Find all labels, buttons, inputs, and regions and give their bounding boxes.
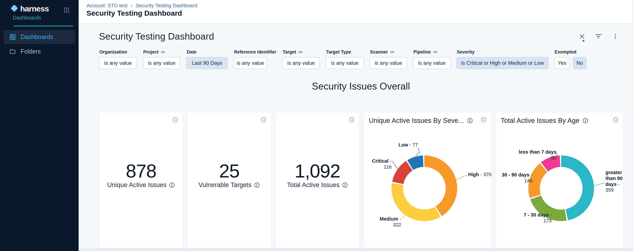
notification-dot xyxy=(582,40,584,42)
exempted-no-button[interactable]: No xyxy=(573,57,586,69)
page-title: Security Testing Dashboard xyxy=(86,9,182,17)
filter-value-button[interactable]: is any value xyxy=(370,57,407,69)
link-icon xyxy=(433,50,438,54)
close-icon xyxy=(579,33,586,40)
filter-value-button[interactable]: is any value xyxy=(99,57,137,69)
filter-label: Scanner xyxy=(370,49,407,55)
slice-separator: - xyxy=(548,155,551,161)
dashboards-icon xyxy=(9,33,16,40)
slice-value: 77 xyxy=(412,142,418,148)
filter-value-button[interactable]: is any value xyxy=(413,57,450,69)
filter-button[interactable] xyxy=(595,32,602,40)
leader-line xyxy=(392,162,398,169)
filter-scanner: Scanneris any value xyxy=(370,49,407,69)
slice-value: 322 xyxy=(393,222,401,228)
globe-icon xyxy=(348,116,355,123)
slice-separator: - xyxy=(479,172,483,177)
sidebar-item-label: Dashboards xyxy=(20,33,53,40)
explore-button[interactable] xyxy=(260,116,267,123)
explore-button[interactable] xyxy=(172,116,178,123)
slice-label-7-30-days: 7 - 30 days - 173 xyxy=(518,212,552,224)
filter-value-button[interactable]: is any value xyxy=(234,57,267,69)
explore-button[interactable] xyxy=(348,116,355,123)
slice-value: 146 xyxy=(524,178,532,183)
topbar: Account: STO test › Security Testing Das… xyxy=(78,0,644,24)
cards-row: 878Unique Active Issues25Vulnerable Targ… xyxy=(99,112,624,248)
exempted-toggle: YesNo xyxy=(554,57,586,69)
sidebar-item-folders[interactable]: Folders xyxy=(4,45,75,58)
globe-icon xyxy=(260,116,267,123)
slice-value: 370 xyxy=(483,172,491,177)
link-icon xyxy=(298,50,303,54)
kebab-button[interactable] xyxy=(612,33,619,40)
filter-value-button[interactable]: is any value xyxy=(282,57,320,69)
filter-value-button[interactable]: Last 90 Days xyxy=(186,57,228,69)
filter-exempted: ExemptedYesNo xyxy=(554,49,586,69)
stat-label: Unique Active Issues xyxy=(99,181,183,189)
stat-label-text: Vulnerable Targets xyxy=(198,181,252,189)
stat-value: 1,092 xyxy=(276,160,359,182)
stat-label-text: Total Active Issues xyxy=(287,181,340,189)
sidebar-header: harness Dashboards xyxy=(0,0,78,26)
globe-icon xyxy=(172,116,178,123)
filter-pipeline: Pipelineis any value xyxy=(413,49,450,69)
stat-value: 25 xyxy=(187,160,271,182)
donut-card-total-active-issues-by-age: Total Active Issues By Agegreater than 9… xyxy=(496,112,624,248)
filter-severity: Severityis Critical or High or Medium or… xyxy=(456,49,548,69)
slice-name: 30 - 90 days xyxy=(502,172,529,178)
scrollbar-track[interactable] xyxy=(632,0,644,251)
slice-separator: - xyxy=(616,182,620,187)
filter-label-text: Target xyxy=(282,49,296,55)
stat-label: Vulnerable Targets xyxy=(187,181,271,189)
leader-line xyxy=(416,148,420,156)
info-icon[interactable] xyxy=(254,182,260,188)
slice-separator: - xyxy=(388,158,392,164)
filter-value-button[interactable]: is any value xyxy=(143,57,180,69)
filter-label-text: Project xyxy=(143,49,159,55)
filter-label: Reference Identifier xyxy=(234,49,276,55)
dashboard-content: Security Testing Dashboard Organizationi… xyxy=(78,24,644,251)
grid-apps-icon xyxy=(63,7,70,13)
slice-name: Low xyxy=(398,142,408,148)
exempted-yes-button[interactable]: Yes xyxy=(554,57,570,69)
info-icon[interactable] xyxy=(342,182,348,188)
slice-name: Critical xyxy=(372,158,388,164)
breadcrumb-page-link[interactable]: Security Testing Dashboard xyxy=(136,3,197,8)
filter-label: Severity xyxy=(457,49,548,55)
breadcrumb-account-link[interactable]: Account: STO test xyxy=(86,3,128,8)
slice-separator: - xyxy=(529,172,532,178)
slice-name: 7 - 30 days xyxy=(524,212,548,218)
filter-target: Targetis any value xyxy=(282,49,320,69)
stat-card-vulnerable-targets: 25Vulnerable Targets xyxy=(187,112,271,248)
slice-label-30-90-days: 30 - 90 days - 146 xyxy=(496,172,532,184)
filter-label-text: Organization xyxy=(99,49,127,55)
harness-logo-icon xyxy=(10,4,19,13)
slice-value: 359 xyxy=(606,187,614,193)
info-icon[interactable] xyxy=(169,182,175,188)
filter-label: Target Type xyxy=(326,49,364,55)
breadcrumb: Account: STO test › Security Testing Das… xyxy=(86,3,197,8)
filter-icon xyxy=(595,32,602,40)
slice-label-greater-than-90-days: greater than 90 days - 359 xyxy=(606,170,625,193)
stat-card-unique-active-issues: 878Unique Active Issues xyxy=(99,112,183,248)
filter-date: DateLast 90 Days xyxy=(186,49,228,69)
brand-name: harness xyxy=(20,4,49,13)
slice-separator: - xyxy=(398,216,401,222)
stat-card-total-active-issues: 1,092Total Active Issues xyxy=(275,112,360,248)
link-icon xyxy=(390,50,394,54)
stat-label: Total Active Issues xyxy=(276,181,359,189)
filter-organization: Organizationis any value xyxy=(99,49,137,69)
stat-value: 878 xyxy=(99,160,183,182)
app-switcher-button[interactable] xyxy=(63,7,70,14)
close-button[interactable] xyxy=(579,33,586,40)
filter-value-button[interactable]: is any value xyxy=(326,57,364,69)
donut-card-unique-active-issues-by-seve-: Unique Active Issues By Seve...High - 37… xyxy=(364,112,492,248)
leader-line xyxy=(456,175,467,180)
slice-value: 173 xyxy=(544,218,552,224)
filter-value-button[interactable]: is Critical or High or Medium or Low xyxy=(456,57,548,69)
sidebar-item-dashboards[interactable]: Dashboards xyxy=(4,30,75,44)
sidebar: harness Dashboards DashboardsFolders xyxy=(0,0,78,251)
slice-separator: - xyxy=(548,212,552,218)
filter-label: Organization xyxy=(99,49,137,55)
dashboard-title: Security Testing Dashboard xyxy=(99,31,214,42)
